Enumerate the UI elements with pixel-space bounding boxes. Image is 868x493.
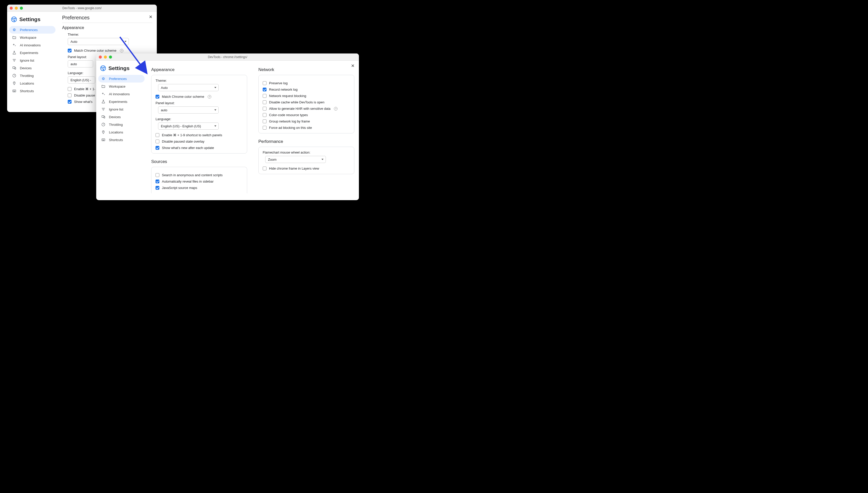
lang-select[interactable]: English (US) - English (US)	[158, 123, 219, 130]
search-anon-checkbox[interactable]	[156, 173, 159, 177]
nav-experiments[interactable]: Experiments	[9, 49, 55, 57]
settings-header: Settings	[98, 64, 144, 75]
devices-icon	[12, 66, 16, 70]
adblock-checkbox[interactable]	[263, 126, 267, 130]
appearance-title: Appearance	[62, 25, 152, 30]
nav-experiments[interactable]: Experiments	[98, 98, 144, 105]
window-title: DevTools - www.google.com/	[10, 6, 154, 10]
flask-icon	[101, 100, 105, 104]
group-frame-checkbox[interactable]	[263, 120, 267, 123]
nav-shortcuts[interactable]: Shortcuts	[98, 136, 144, 144]
nav-label: Locations	[20, 82, 34, 85]
theme-select[interactable]: Auto	[158, 84, 219, 91]
theme-select[interactable]: Auto	[68, 38, 129, 45]
reveal-files-checkbox[interactable]	[156, 179, 159, 183]
disable-pause-checkbox[interactable]	[156, 140, 159, 143]
chevron-down-icon	[214, 87, 216, 88]
gauge-icon	[101, 123, 105, 127]
nav-shortcuts[interactable]: Shortcuts	[9, 87, 55, 95]
nav-throttling[interactable]: Throttling	[98, 121, 144, 128]
nav-ignore[interactable]: Ignore list	[9, 57, 55, 64]
nav-preferences[interactable]: Preferences	[98, 75, 144, 83]
show-new-label: Show what's new after each update	[162, 146, 214, 150]
panel-select[interactable]: auto	[68, 60, 93, 67]
nav-label: Throttling	[109, 123, 123, 127]
close-icon[interactable]	[350, 63, 355, 68]
show-new-checkbox[interactable]	[156, 146, 159, 150]
nav-label: Devices	[20, 66, 31, 70]
close-icon[interactable]	[148, 14, 153, 19]
filter-icon	[101, 107, 105, 111]
chevron-down-icon	[125, 41, 127, 42]
nav-label: Ignore list	[109, 107, 123, 111]
flask-icon	[12, 51, 16, 55]
sparkle-icon	[101, 92, 105, 96]
nav-label: Preferences	[109, 77, 127, 81]
titlebar[interactable]: DevTools - chrome://settings/	[96, 53, 359, 61]
settings-heading: Settings	[19, 16, 41, 22]
appearance-card: Theme: Auto Match Chrome color scheme? P…	[151, 75, 247, 153]
settings-sidebar: Settings Preferences Workspace AI innova…	[96, 61, 147, 200]
chevron-down-icon	[214, 126, 216, 127]
nav-workspace[interactable]: Workspace	[9, 34, 55, 41]
show-new-checkbox[interactable]	[68, 100, 71, 104]
request-blocking-label: Network request blocking	[269, 94, 306, 98]
enable-shortcut-label: Enable ⌘ + 1-9 shortcut to switch panels	[162, 133, 222, 137]
keyboard-icon	[101, 138, 105, 142]
titlebar[interactable]: DevTools - www.google.com/	[7, 5, 157, 12]
minimize-dot[interactable]	[104, 56, 107, 59]
nav-label: Locations	[109, 130, 123, 134]
color-code-checkbox[interactable]	[263, 113, 267, 117]
help-icon[interactable]: ?	[208, 95, 211, 99]
chrome-icon	[100, 65, 106, 71]
nav-label: Devices	[109, 115, 121, 119]
zoom-dot[interactable]	[20, 7, 23, 10]
zoom-dot[interactable]	[109, 56, 112, 59]
hide-chrome-frame-checkbox[interactable]	[263, 167, 267, 170]
match-chrome-label: Match Chrome color scheme	[74, 49, 116, 52]
performance-card: Flamechart mouse wheel action: Zoom Hide…	[258, 147, 354, 174]
nav-locations[interactable]: Locations	[98, 128, 144, 136]
gear-icon	[101, 77, 105, 81]
nav-ignore[interactable]: Ignore list	[98, 105, 144, 113]
nav-preferences[interactable]: Preferences	[9, 26, 55, 34]
lang-select[interactable]: English (US) -	[68, 77, 95, 84]
match-chrome-checkbox[interactable]	[156, 95, 159, 99]
keyboard-icon	[12, 89, 16, 93]
request-blocking-checkbox[interactable]	[263, 94, 267, 98]
nav-locations[interactable]: Locations	[9, 80, 55, 87]
help-icon[interactable]: ?	[334, 107, 337, 110]
nav-devices[interactable]: Devices	[98, 113, 144, 121]
reveal-files-label: Automatically reveal files in sidebar	[162, 179, 214, 183]
help-icon[interactable]: ?	[120, 49, 124, 52]
settings-header: Settings	[9, 15, 55, 26]
js-maps-checkbox[interactable]	[156, 186, 159, 190]
traffic-lights[interactable]	[10, 7, 23, 10]
preserve-log-checkbox[interactable]	[263, 81, 267, 85]
record-netlog-label: Record network log	[269, 88, 297, 91]
close-dot[interactable]	[10, 7, 13, 10]
nav-devices[interactable]: Devices	[9, 64, 55, 72]
enable-shortcut-checkbox[interactable]	[68, 87, 71, 91]
record-netlog-checkbox[interactable]	[263, 88, 267, 91]
pin-icon	[101, 130, 105, 134]
traffic-lights[interactable]	[99, 56, 112, 59]
disable-cache-checkbox[interactable]	[263, 100, 267, 104]
close-dot[interactable]	[99, 56, 102, 59]
nav-throttling[interactable]: Throttling	[9, 72, 55, 80]
nav-workspace[interactable]: Workspace	[98, 83, 144, 90]
sparkle-icon	[12, 43, 16, 47]
har-checkbox[interactable]	[263, 107, 267, 110]
match-chrome-checkbox[interactable]	[68, 49, 71, 52]
disable-pause-checkbox[interactable]	[68, 93, 71, 97]
devices-icon	[101, 115, 105, 119]
nav-ai[interactable]: AI innovations	[98, 90, 144, 98]
nav-ai[interactable]: AI innovations	[9, 41, 55, 49]
folder-icon	[12, 36, 16, 40]
nav-label: Shortcuts	[20, 89, 34, 93]
panel-select[interactable]: auto	[158, 106, 219, 113]
minimize-dot[interactable]	[15, 7, 18, 10]
gear-icon	[12, 28, 16, 32]
enable-shortcut-checkbox[interactable]	[156, 133, 159, 137]
wheel-select[interactable]: Zoom	[265, 156, 326, 163]
